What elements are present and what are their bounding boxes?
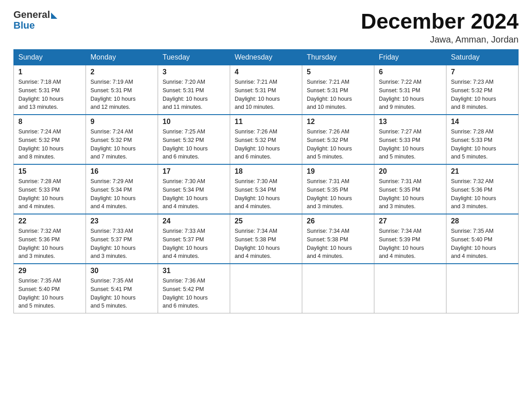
calendar-week-1: 1 Sunrise: 7:18 AMSunset: 5:31 PMDayligh… <box>14 65 519 115</box>
day-number: 26 <box>307 217 369 225</box>
day-info: Sunrise: 7:27 AMSunset: 5:33 PMDaylight:… <box>379 128 424 160</box>
day-info: Sunrise: 7:26 AMSunset: 5:32 PMDaylight:… <box>235 128 280 160</box>
calendar-header: Sunday Monday Tuesday Wednesday Thursday… <box>14 50 519 65</box>
logo: General Blue <box>13 9 57 31</box>
day-number: 18 <box>235 167 297 176</box>
day-info: Sunrise: 7:36 AMSunset: 5:42 PMDaylight:… <box>163 278 208 309</box>
calendar-week-3: 15 Sunrise: 7:28 AMSunset: 5:33 PMDaylig… <box>14 164 519 214</box>
day-info: Sunrise: 7:24 AMSunset: 5:32 PMDaylight:… <box>90 128 136 160</box>
calendar-cell: 19 Sunrise: 7:31 AMSunset: 5:35 PMDaylig… <box>302 164 374 214</box>
day-info: Sunrise: 7:32 AMSunset: 5:36 PMDaylight:… <box>18 228 64 259</box>
calendar-cell: 7 Sunrise: 7:23 AMSunset: 5:32 PMDayligh… <box>446 65 519 115</box>
day-info: Sunrise: 7:28 AMSunset: 5:33 PMDaylight:… <box>18 178 64 210</box>
calendar-cell: 15 Sunrise: 7:28 AMSunset: 5:33 PMDaylig… <box>14 164 86 214</box>
day-info: Sunrise: 7:21 AMSunset: 5:31 PMDaylight:… <box>235 79 280 110</box>
day-number: 16 <box>90 167 153 176</box>
day-number: 29 <box>18 267 81 275</box>
day-number: 9 <box>90 118 153 126</box>
calendar-cell: 10 Sunrise: 7:25 AMSunset: 5:32 PMDaylig… <box>158 115 230 164</box>
header-tuesday: Tuesday <box>158 50 230 65</box>
calendar-cell <box>302 264 374 313</box>
day-number: 3 <box>163 68 225 76</box>
day-info: Sunrise: 7:24 AMSunset: 5:32 PMDaylight:… <box>18 128 64 160</box>
day-number: 8 <box>18 118 81 126</box>
day-info: Sunrise: 7:23 AMSunset: 5:32 PMDaylight:… <box>451 79 496 110</box>
calendar-week-5: 29 Sunrise: 7:35 AMSunset: 5:40 PMDaylig… <box>14 264 519 313</box>
calendar-cell: 29 Sunrise: 7:35 AMSunset: 5:40 PMDaylig… <box>14 264 86 313</box>
title-section: December 2024 Jawa, Amman, Jordan <box>361 9 519 45</box>
calendar-cell: 11 Sunrise: 7:26 AMSunset: 5:32 PMDaylig… <box>230 115 302 164</box>
calendar-cell <box>446 264 519 313</box>
calendar-week-4: 22 Sunrise: 7:32 AMSunset: 5:36 PMDaylig… <box>14 214 519 264</box>
day-info: Sunrise: 7:35 AMSunset: 5:41 PMDaylight:… <box>90 278 136 309</box>
day-number: 6 <box>379 68 442 76</box>
calendar-cell: 5 Sunrise: 7:21 AMSunset: 5:31 PMDayligh… <box>302 65 374 115</box>
day-number: 1 <box>18 68 81 76</box>
day-info: Sunrise: 7:30 AMSunset: 5:34 PMDaylight:… <box>163 178 208 210</box>
day-number: 4 <box>235 68 297 76</box>
day-info: Sunrise: 7:34 AMSunset: 5:39 PMDaylight:… <box>379 228 424 259</box>
logo-general-text: General <box>13 9 50 21</box>
day-number: 21 <box>451 167 514 176</box>
calendar-cell: 14 Sunrise: 7:28 AMSunset: 5:33 PMDaylig… <box>446 115 519 164</box>
header-monday: Monday <box>86 50 158 65</box>
day-info: Sunrise: 7:25 AMSunset: 5:32 PMDaylight:… <box>163 128 208 160</box>
month-title: December 2024 <box>361 9 519 34</box>
day-number: 28 <box>451 217 514 225</box>
day-number: 2 <box>90 68 153 76</box>
day-number: 17 <box>163 167 225 176</box>
calendar-cell: 16 Sunrise: 7:29 AMSunset: 5:34 PMDaylig… <box>86 164 158 214</box>
calendar-cell: 2 Sunrise: 7:19 AMSunset: 5:31 PMDayligh… <box>86 65 158 115</box>
day-number: 13 <box>379 118 442 126</box>
day-number: 15 <box>18 167 81 176</box>
calendar-cell: 1 Sunrise: 7:18 AMSunset: 5:31 PMDayligh… <box>14 65 86 115</box>
day-number: 10 <box>163 118 225 126</box>
day-info: Sunrise: 7:18 AMSunset: 5:31 PMDaylight:… <box>18 79 64 110</box>
calendar-cell: 4 Sunrise: 7:21 AMSunset: 5:31 PMDayligh… <box>230 65 302 115</box>
calendar-cell: 31 Sunrise: 7:36 AMSunset: 5:42 PMDaylig… <box>158 264 230 313</box>
calendar-cell: 6 Sunrise: 7:22 AMSunset: 5:31 PMDayligh… <box>374 65 446 115</box>
day-info: Sunrise: 7:19 AMSunset: 5:31 PMDaylight:… <box>90 79 136 110</box>
day-number: 25 <box>235 217 297 225</box>
day-info: Sunrise: 7:33 AMSunset: 5:37 PMDaylight:… <box>163 228 208 259</box>
day-number: 14 <box>451 118 514 126</box>
header-wednesday: Wednesday <box>230 50 302 65</box>
day-number: 20 <box>379 167 442 176</box>
header-saturday: Saturday <box>446 50 519 65</box>
calendar-cell <box>374 264 446 313</box>
calendar-body: 1 Sunrise: 7:18 AMSunset: 5:31 PMDayligh… <box>14 65 519 313</box>
day-info: Sunrise: 7:31 AMSunset: 5:35 PMDaylight:… <box>307 178 352 210</box>
header-sunday: Sunday <box>14 50 86 65</box>
day-info: Sunrise: 7:26 AMSunset: 5:32 PMDaylight:… <box>307 128 352 160</box>
header-row: Sunday Monday Tuesday Wednesday Thursday… <box>14 50 519 65</box>
day-info: Sunrise: 7:34 AMSunset: 5:38 PMDaylight:… <box>235 228 280 259</box>
calendar-cell: 18 Sunrise: 7:30 AMSunset: 5:34 PMDaylig… <box>230 164 302 214</box>
day-info: Sunrise: 7:29 AMSunset: 5:34 PMDaylight:… <box>90 178 136 210</box>
day-number: 24 <box>163 217 225 225</box>
calendar-cell: 22 Sunrise: 7:32 AMSunset: 5:36 PMDaylig… <box>14 214 86 264</box>
day-info: Sunrise: 7:21 AMSunset: 5:31 PMDaylight:… <box>307 79 352 110</box>
day-number: 30 <box>90 267 153 275</box>
logo-blue-text: Blue <box>13 20 35 31</box>
calendar-cell: 26 Sunrise: 7:34 AMSunset: 5:38 PMDaylig… <box>302 214 374 264</box>
day-number: 22 <box>18 217 81 225</box>
calendar-cell: 30 Sunrise: 7:35 AMSunset: 5:41 PMDaylig… <box>86 264 158 313</box>
day-number: 7 <box>451 68 514 76</box>
day-info: Sunrise: 7:32 AMSunset: 5:36 PMDaylight:… <box>451 178 496 210</box>
calendar-cell: 8 Sunrise: 7:24 AMSunset: 5:32 PMDayligh… <box>14 115 86 164</box>
day-info: Sunrise: 7:35 AMSunset: 5:40 PMDaylight:… <box>18 278 64 309</box>
page-header: General Blue December 2024 Jawa, Amman, … <box>13 9 519 45</box>
calendar-cell: 3 Sunrise: 7:20 AMSunset: 5:31 PMDayligh… <box>158 65 230 115</box>
calendar-cell: 27 Sunrise: 7:34 AMSunset: 5:39 PMDaylig… <box>374 214 446 264</box>
day-number: 27 <box>379 217 442 225</box>
day-info: Sunrise: 7:30 AMSunset: 5:34 PMDaylight:… <box>235 178 280 210</box>
day-info: Sunrise: 7:22 AMSunset: 5:31 PMDaylight:… <box>379 79 424 110</box>
day-number: 23 <box>90 217 153 225</box>
day-info: Sunrise: 7:34 AMSunset: 5:38 PMDaylight:… <box>307 228 352 259</box>
calendar-week-2: 8 Sunrise: 7:24 AMSunset: 5:32 PMDayligh… <box>14 115 519 164</box>
day-number: 11 <box>235 118 297 126</box>
calendar-cell: 20 Sunrise: 7:31 AMSunset: 5:35 PMDaylig… <box>374 164 446 214</box>
day-info: Sunrise: 7:31 AMSunset: 5:35 PMDaylight:… <box>379 178 424 210</box>
logo-arrow-icon <box>51 13 57 19</box>
day-number: 19 <box>307 167 369 176</box>
